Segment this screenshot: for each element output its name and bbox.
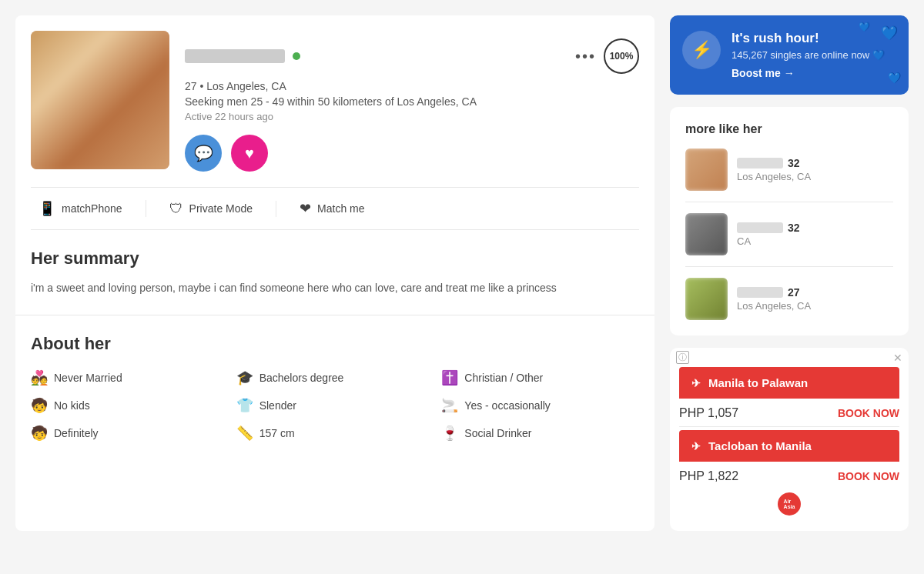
- religion-label: Christian / Other: [464, 372, 543, 384]
- message-icon: 💬: [194, 144, 213, 162]
- more-info-1: 32 Los Angeles, CA: [737, 157, 893, 182]
- more-name-blur-2: [737, 222, 783, 233]
- rush-card: 💙 💙 💙 ⚡ It's rush hour! 145,267 singles …: [670, 15, 909, 95]
- private-mode-label: Private Mode: [189, 202, 253, 215]
- about-kids: 🧒 No kids: [31, 397, 229, 414]
- more-photo-blur-2: [685, 213, 728, 255]
- want-kids-icon: 🧒: [31, 425, 48, 442]
- more-info-3: 27 Los Angeles, CA: [737, 286, 893, 312]
- profile-photo: [31, 31, 169, 169]
- about-drinking: 🍷 Social Drinker: [441, 425, 639, 442]
- match-phone-button[interactable]: 📱 matchPhone: [31, 200, 146, 217]
- rush-title: It's rush hour!: [732, 31, 885, 46]
- ad-card: ⓘ ✕ ✈ Manila to Palawan PHP 1,057 BOOK N…: [670, 348, 909, 531]
- drinking-icon: 🍷: [441, 425, 458, 442]
- profile-percent: 100%: [604, 38, 639, 74]
- more-age-3: 27: [788, 286, 800, 299]
- body-icon: 👕: [236, 397, 253, 414]
- match-me-label: Match me: [317, 202, 364, 215]
- ad-route-2: ✈ Tacloban to Manila PHP 1,822 BOOK NOW: [679, 430, 899, 486]
- summary-section: Her summary i'm a sweet and loving perso…: [15, 230, 654, 315]
- more-divider-2: [685, 266, 893, 267]
- profile-header: ••• 100% 27 • Los Angeles, CA Seeking me…: [15, 15, 654, 187]
- online-indicator: [293, 52, 300, 60]
- about-want-kids: 🧒 Definitely: [31, 425, 229, 442]
- about-smoking: 🚬 Yes - occasionally: [441, 397, 639, 414]
- like-button[interactable]: ♥: [231, 135, 268, 172]
- more-item-2[interactable]: 32 CA: [685, 213, 893, 255]
- more-name-row-3: 27: [737, 286, 893, 299]
- rush-card-inner: ⚡ It's rush hour! 145,267 singles are on…: [682, 31, 893, 79]
- airasia-text: AirAsia: [784, 499, 795, 509]
- rush-icon-circle: ⚡: [682, 31, 721, 69]
- religion-icon: ✝️: [441, 369, 458, 386]
- ad-route-1-body: PHP 1,057 BOOK NOW: [679, 399, 899, 423]
- more-photo-blur-1: [685, 149, 728, 191]
- message-button[interactable]: 💬: [185, 135, 222, 172]
- airasia-logo: AirAsia: [778, 492, 801, 516]
- options-button[interactable]: •••: [575, 48, 596, 65]
- more-photo-blur-3: [685, 278, 728, 320]
- marital-label: Never Married: [54, 372, 122, 384]
- match-me-button[interactable]: ❤ Match me: [276, 200, 387, 217]
- more-item-3[interactable]: 27 Los Angeles, CA: [685, 278, 893, 320]
- about-marital: 💑 Never Married: [31, 369, 229, 386]
- kids-label: No kids: [54, 399, 90, 412]
- more-location-2: CA: [737, 235, 893, 247]
- ad-route-1-label: Manila to Palawan: [708, 376, 808, 389]
- ad-separator: [679, 426, 899, 427]
- shield-icon: 🛡: [169, 201, 183, 217]
- heart-deco-2: 💙: [888, 72, 901, 84]
- marital-icon: 💑: [31, 369, 48, 386]
- ad-route-1: ✈ Manila to Palawan PHP 1,057 BOOK NOW: [679, 367, 899, 423]
- more-item-1[interactable]: 32 Los Angeles, CA: [685, 149, 893, 191]
- bolt-icon: ⚡: [691, 40, 712, 60]
- education-icon: 🎓: [236, 369, 253, 386]
- rush-subtitle: 145,267 singles are online now 💙: [732, 49, 885, 61]
- rush-text: It's rush hour! 145,267 singles are onli…: [732, 31, 885, 79]
- ad-info-icon[interactable]: ⓘ: [676, 351, 689, 364]
- ad-logo: AirAsia: [679, 486, 899, 522]
- more-name-row-1: 32: [737, 157, 893, 169]
- private-mode-button[interactable]: 🛡 Private Mode: [146, 201, 276, 217]
- match-heart-icon: ❤: [300, 200, 311, 217]
- more-name-row-2: 32: [737, 222, 893, 234]
- about-grid: 💑 Never Married 🎓 Bachelors degree ✝️ Ch…: [31, 369, 639, 442]
- ad-route-2-label: Tacloban to Manila: [708, 439, 812, 452]
- more-name-blur-3: [737, 287, 783, 298]
- summary-text: i'm a sweet and loving person, maybe i c…: [31, 279, 639, 296]
- want-kids-label: Definitely: [54, 427, 99, 439]
- ad-book-1[interactable]: BOOK NOW: [838, 407, 899, 419]
- phone-icon: 📱: [38, 200, 55, 217]
- profile-seeking: Seeking men 25 - 49 within 50 kilometers…: [185, 95, 639, 108]
- more-photo-2: [685, 213, 728, 255]
- ad-price-2: PHP 1,822: [679, 469, 738, 483]
- match-phone-label: matchPhone: [62, 202, 122, 215]
- more-age-1: 32: [788, 157, 800, 169]
- plane-icon-1: ✈: [691, 377, 701, 389]
- profile-name-row: ••• 100%: [185, 38, 639, 74]
- sidebar: 💙 💙 💙 ⚡ It's rush hour! 145,267 singles …: [670, 15, 909, 531]
- more-age-2: 32: [788, 222, 800, 234]
- more-divider-1: [685, 202, 893, 202]
- action-buttons: 💬 ♥: [185, 135, 639, 172]
- profile-main: ••• 100% 27 • Los Angeles, CA Seeking me…: [15, 15, 654, 531]
- ad-book-2[interactable]: BOOK NOW: [838, 470, 899, 482]
- ad-close-button[interactable]: ✕: [893, 352, 902, 364]
- drinking-label: Social Drinker: [464, 427, 531, 439]
- feature-row: 📱 matchPhone 🛡 Private Mode ❤ Match me: [15, 188, 654, 229]
- boost-button[interactable]: Boost me →: [732, 67, 885, 79]
- about-height: 📏 157 cm: [236, 425, 434, 442]
- body-label: Slender: [259, 399, 296, 412]
- about-education: 🎓 Bachelors degree: [236, 369, 434, 386]
- plane-icon-2: ✈: [691, 440, 701, 452]
- profile-name-blur: [185, 49, 285, 63]
- ad-header: ⓘ ✕: [670, 348, 909, 367]
- smoking-icon: 🚬: [441, 397, 458, 414]
- more-photo-3: [685, 278, 728, 320]
- ad-route-2-body: PHP 1,822 BOOK NOW: [679, 462, 899, 486]
- more-like-her-card: more like her 32 Los Angeles, CA: [670, 107, 909, 335]
- about-religion: ✝️ Christian / Other: [441, 369, 639, 386]
- more-name-blur-1: [737, 158, 783, 169]
- education-label: Bachelors degree: [259, 372, 344, 384]
